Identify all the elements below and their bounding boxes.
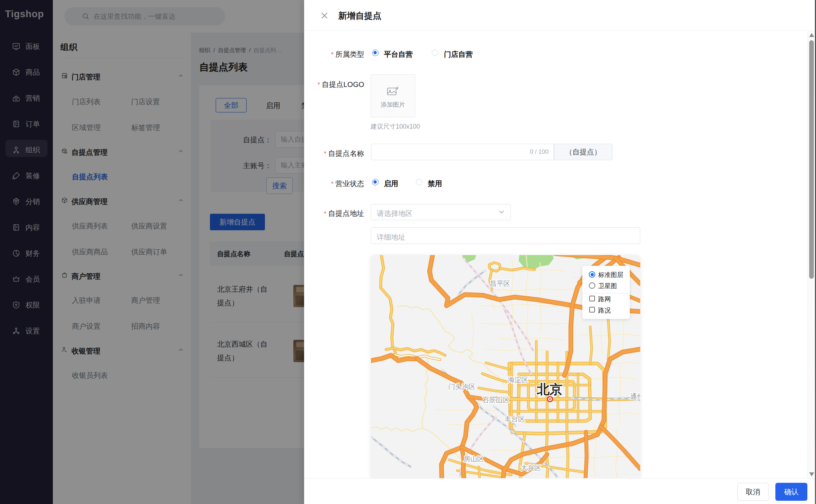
svg-text:北京: 北京 [536, 382, 563, 397]
svg-text:大兴区: 大兴区 [521, 464, 541, 472]
svg-text:昌平区: 昌平区 [490, 280, 510, 287]
svg-text:门头沟区: 门头沟区 [448, 383, 476, 390]
svg-text:石景山区: 石景山区 [482, 396, 509, 404]
svg-text:房山区: 房山区 [464, 455, 484, 463]
svg-text:通州: 通州 [630, 393, 640, 400]
svg-text:丰台区: 丰台区 [505, 415, 525, 423]
svg-text:海淀区: 海淀区 [508, 376, 528, 384]
